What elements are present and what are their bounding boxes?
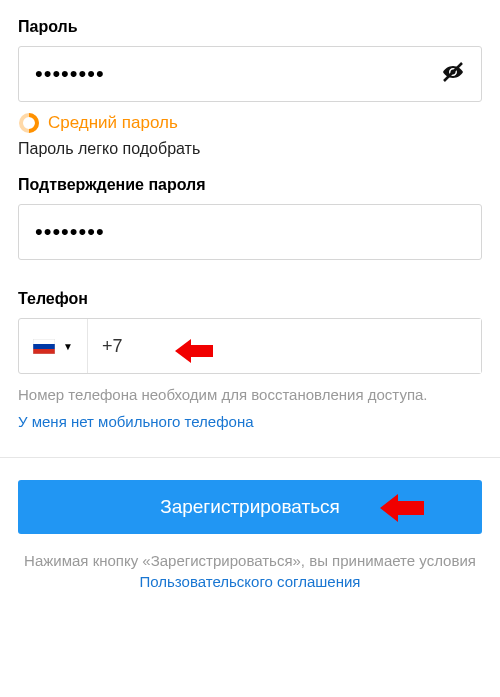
confirm-value: •••••••• <box>35 221 105 243</box>
svg-rect-2 <box>33 339 55 344</box>
svg-rect-3 <box>33 344 55 349</box>
strength-text: Средний пароль <box>48 113 178 133</box>
phone-row: ▼ <box>18 318 482 374</box>
confirm-input-wrap[interactable]: •••••••• <box>18 204 482 260</box>
chevron-down-icon: ▼ <box>63 341 73 352</box>
footer-text: Нажимая кнопку «Зарегистрироваться», вы … <box>18 550 482 592</box>
svg-marker-7 <box>380 494 424 522</box>
annotation-arrow-icon <box>380 494 424 527</box>
divider <box>0 457 500 458</box>
phone-input[interactable] <box>88 319 481 373</box>
register-button-label: Зарегистрироваться <box>160 496 340 517</box>
register-button[interactable]: Зарегистрироваться <box>18 480 482 534</box>
svg-rect-4 <box>33 349 55 354</box>
terms-link[interactable]: Пользовательского соглашения <box>140 573 361 590</box>
no-phone-link[interactable]: У меня нет мобильного телефона <box>18 413 254 430</box>
phone-label: Телефон <box>18 290 482 308</box>
password-value: •••••••• <box>35 63 105 85</box>
password-input-wrap[interactable]: •••••••• <box>18 46 482 102</box>
password-hint: Пароль легко подобрать <box>18 140 482 158</box>
strength-icon <box>18 112 40 134</box>
phone-help: Номер телефона необходим для восстановле… <box>18 384 482 405</box>
toggle-visibility-icon[interactable] <box>441 60 465 88</box>
footer-text-before: Нажимая кнопку «Зарегистрироваться», вы … <box>24 552 476 569</box>
password-group: Пароль •••••••• Средний пароль Пароль ле… <box>18 18 482 158</box>
password-strength: Средний пароль <box>18 112 482 134</box>
country-selector[interactable]: ▼ <box>19 319 88 373</box>
confirm-group: Подтверждение пароля •••••••• <box>18 176 482 260</box>
password-label: Пароль <box>18 18 482 36</box>
flag-icon <box>33 339 55 354</box>
confirm-label: Подтверждение пароля <box>18 176 482 194</box>
phone-group: Телефон ▼ Номер телефона необходим для в… <box>18 290 482 431</box>
